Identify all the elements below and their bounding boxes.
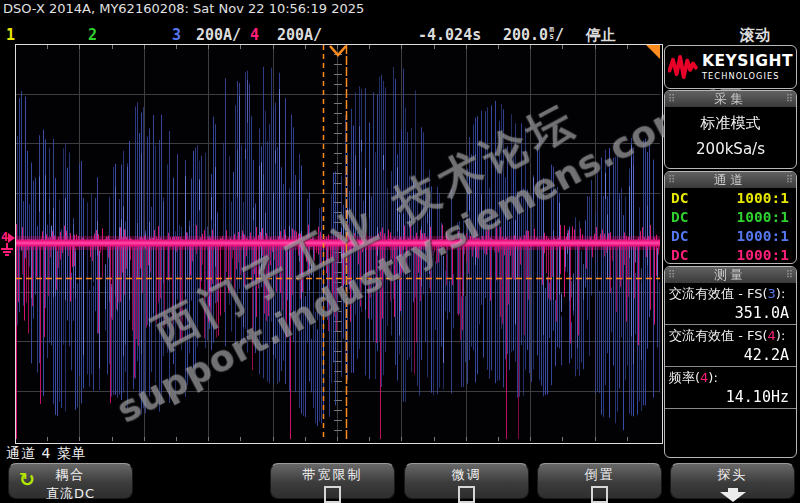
measurement-item: 频率(4): 14.10Hz <box>665 367 796 409</box>
measurements-panel-header[interactable]: ⠿ 测量 ⠿ <box>665 267 796 283</box>
drag-grip-icon: ⠿ <box>668 94 675 104</box>
status-acquisition-mode: 滚动 <box>740 26 770 45</box>
drag-grip-icon: ⠿ <box>786 175 793 185</box>
keysight-spark-icon <box>668 49 698 85</box>
cycle-arrow-icon: ↻ <box>19 470 35 489</box>
status-ch3-number[interactable]: 3 <box>172 26 181 44</box>
status-ch4-number[interactable]: 4 <box>250 26 259 44</box>
measurement-item: 交流有效值 - FS(4): 42.2A <box>665 325 796 367</box>
measurement-value: 42.2A <box>665 345 796 366</box>
divider <box>665 408 796 409</box>
measurement-value: 14.10Hz <box>665 387 796 408</box>
scope-display-panel: 西门子工业 技术论坛 support.industry.siemens.com/… <box>15 44 663 444</box>
acquisition-panel: ⠿ 采集 ⠿ 标准模式 200kSa/s <box>664 90 797 169</box>
channel1-row: DC1000:1 <box>665 188 796 207</box>
drag-grip-icon: ⠿ <box>786 270 793 280</box>
brand-name: KEYSIGHT <box>702 54 793 70</box>
status-ch1-number[interactable]: 1 <box>6 26 15 44</box>
measurement-label: 交流有效值 - FS(3): <box>665 283 796 303</box>
keysight-logo: KEYSIGHT TECHNOLOGIES <box>664 45 797 89</box>
acquisition-mode: 标准模式 <box>665 114 796 133</box>
status-ch3-scale[interactable]: 200A/ <box>196 26 241 44</box>
channel2-row: DC1000:1 <box>665 207 796 226</box>
bandwidth-limit-checkbox[interactable] <box>324 486 341 503</box>
channel3-row: DC1000:1 <box>665 226 796 245</box>
status-timebase: 200.0ms/ <box>503 26 564 44</box>
channels-panel: ⠿ 通道 ⠿ DC1000:1 DC1000:1 DC1000:1 DC1000… <box>664 171 797 264</box>
menu-title: 通道 4 菜单 <box>6 445 87 463</box>
measurement-value: 351.0A <box>665 303 796 324</box>
softkey-bandwidth-limit[interactable]: 带宽限制 <box>270 463 395 499</box>
measurements-panel: ⠿ 测量 ⠿ 交流有效值 - FS(3): 351.0A 交流有效值 - FS(… <box>664 266 797 458</box>
channels-panel-header[interactable]: ⠿ 通道 ⠿ <box>665 172 796 188</box>
measurement-item: 交流有效值 - FS(3): 351.0A <box>665 283 796 325</box>
waveform-display[interactable] <box>16 45 660 441</box>
measurement-label: 频率(4): <box>665 367 796 387</box>
softkey-probe[interactable]: 探头 <box>670 463 795 499</box>
softkey-fine-adjust[interactable]: 微调 <box>404 463 529 499</box>
status-run-state: 停止 <box>586 26 616 45</box>
status-horizontal-delay: -4.024s <box>418 26 481 44</box>
sample-rate: 200kSa/s <box>665 140 796 158</box>
status-ch4-scale[interactable]: 200A/ <box>277 26 322 44</box>
drag-grip-icon: ⠿ <box>668 175 675 185</box>
status-ch2-number[interactable]: 2 <box>88 26 97 44</box>
measurement-label: 交流有效值 - FS(4): <box>665 325 796 345</box>
softkey-invert[interactable]: 倒置 <box>537 463 662 499</box>
acquisition-panel-header[interactable]: ⠿ 采集 ⠿ <box>665 91 796 107</box>
drag-grip-icon: ⠿ <box>786 94 793 104</box>
right-arrow-icon <box>8 233 15 243</box>
fine-adjust-checkbox[interactable] <box>458 486 475 503</box>
window-title: DSO-X 2014A, MY62160208: Sat Nov 22 10:5… <box>3 1 364 16</box>
brand-subtitle: TECHNOLOGIES <box>702 72 793 80</box>
down-arrow-icon <box>720 492 746 502</box>
softkey-coupling[interactable]: ↻ 耦合 直流DC <box>8 463 133 499</box>
invert-checkbox[interactable] <box>591 486 608 503</box>
channel4-row: DC1000:1 <box>665 245 796 264</box>
drag-grip-icon: ⠿ <box>668 270 675 280</box>
